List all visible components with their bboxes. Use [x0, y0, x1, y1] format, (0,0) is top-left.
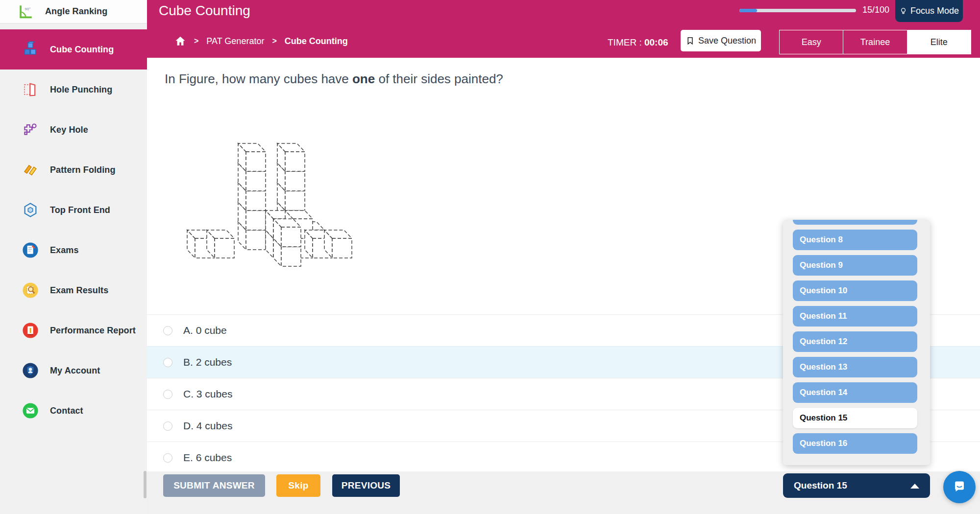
sidebar-item-label: Performance Report: [50, 326, 136, 336]
navigator-item-question-16[interactable]: Question 16: [793, 433, 917, 454]
sidebar-item-label: Exams: [50, 245, 79, 256]
option-label: E. 6 cubes: [183, 452, 232, 464]
navigator-item-question-8[interactable]: Question 8: [793, 230, 917, 250]
cube-figure: [172, 126, 368, 279]
option-label: A. 0 cube: [183, 325, 227, 336]
navigator-item-question-11[interactable]: Question 11: [793, 306, 917, 327]
exams-icon: [22, 241, 39, 259]
navigator-item-question-12[interactable]: Question 12: [793, 331, 917, 352]
cube-counting-icon: [22, 41, 39, 58]
sidebar-item-hole-punching[interactable]: Hole Punching: [0, 70, 147, 110]
exam-results-icon: [22, 281, 39, 299]
breadcrumb-chevron-icon: >: [194, 37, 198, 46]
skip-button[interactable]: Skip: [276, 474, 320, 497]
sidebar-item-angle-ranking[interactable]: 90°Angle Ranking: [0, 0, 147, 23]
sidebar-item-performance-report[interactable]: Performance Report: [0, 310, 147, 350]
sidebar-item-cube-counting[interactable]: Cube Counting: [0, 29, 147, 70]
lightbulb-icon: [899, 7, 907, 15]
breadcrumb-pat-generator[interactable]: PAT Generator: [206, 36, 264, 47]
question-navigator-popup: Question 7Question 8Question 9Question 1…: [783, 220, 930, 465]
home-icon[interactable]: [174, 35, 186, 47]
option-radio[interactable]: [163, 326, 172, 335]
option-radio[interactable]: [163, 390, 172, 399]
timer-label: TIMER :: [608, 37, 642, 47]
page-title: Cube Counting: [159, 3, 250, 19]
difficulty-tab-easy[interactable]: Easy: [780, 30, 843, 54]
difficulty-tabs: EasyTraineeElite: [779, 30, 971, 54]
save-question-button[interactable]: Save Question: [681, 30, 761, 51]
option-radio[interactable]: [163, 358, 172, 367]
sidebar-item-label: Key Hole: [50, 125, 88, 135]
sidebar-item-key-hole[interactable]: Key Hole: [0, 110, 147, 150]
sidebar-item-label: Pattern Folding: [50, 165, 116, 175]
sidebar-item-my-account[interactable]: My Account: [0, 350, 147, 391]
performance-report-icon: [22, 322, 39, 339]
option-radio[interactable]: [163, 453, 172, 463]
progress-label: 15/100: [862, 5, 889, 15]
sidebar-item-label: Exam Results: [50, 285, 108, 296]
header: Cube Counting > PAT Generator > Cube Cou…: [147, 0, 980, 58]
difficulty-tab-elite[interactable]: Elite: [907, 30, 971, 54]
question-text: In Figure, how many cubes have one of th…: [165, 71, 503, 87]
bookmark-icon: [686, 36, 695, 46]
sidebar-item-label: My Account: [50, 366, 100, 376]
my-account-icon: [22, 362, 39, 379]
svg-text:90°: 90°: [25, 7, 31, 11]
option-radio[interactable]: [163, 421, 172, 431]
chat-icon: [951, 479, 968, 495]
option-label: C. 3 cubes: [183, 388, 232, 400]
app-window: 90°Angle RankingCube CountingHole Punchi…: [0, 0, 980, 514]
navigator-item-question-7[interactable]: Question 7: [793, 220, 917, 225]
sidebar-item-label: Angle Ranking: [45, 6, 107, 17]
focus-mode-button[interactable]: Focus Mode: [895, 0, 963, 22]
contact-icon: [22, 402, 39, 420]
breadcrumb: > PAT Generator > Cube Counting: [174, 35, 348, 47]
progress-bar: [739, 9, 856, 12]
pattern-folding-icon: [22, 161, 39, 179]
difficulty-tab-trainee[interactable]: Trainee: [843, 30, 907, 54]
sidebar-item-label: Contact: [50, 406, 83, 416]
top-front-end-icon: [22, 201, 39, 219]
navigator-item-question-10[interactable]: Question 10: [793, 280, 917, 301]
navigator-item-question-14[interactable]: Question 14: [793, 382, 917, 403]
previous-button[interactable]: PREVIOUS: [332, 474, 400, 497]
hole-punching-icon: [22, 81, 39, 98]
sidebar-item-exams[interactable]: Exams: [0, 230, 147, 270]
question-dropdown-button[interactable]: Question 15: [783, 473, 930, 498]
progress-fill: [739, 9, 757, 12]
sidebar-item-contact[interactable]: Contact: [0, 391, 147, 431]
sidebar-item-top-front-end[interactable]: Top Front End: [0, 190, 147, 230]
sidebar-item-label: Top Front End: [50, 205, 110, 215]
navigator-item-question-9[interactable]: Question 9: [793, 255, 917, 276]
navigator-item-question-15[interactable]: Question 15: [793, 408, 917, 428]
angle-ranking-icon: 90°: [17, 3, 34, 21]
breadcrumb-chevron-icon: >: [272, 37, 276, 46]
key-hole-icon: [22, 121, 39, 139]
caret-up-icon: [910, 484, 919, 489]
sidebar: 90°Angle RankingCube CountingHole Punchi…: [0, 0, 147, 514]
sidebar-item-label: Hole Punching: [50, 85, 112, 95]
submit-answer-button[interactable]: SUBMIT ANSWER: [163, 474, 265, 497]
sidebar-item-exam-results[interactable]: Exam Results: [0, 270, 147, 310]
option-label: B. 2 cubes: [183, 356, 232, 368]
option-label: D. 4 cubes: [183, 420, 232, 432]
chat-launcher-button[interactable]: [943, 471, 976, 503]
sidebar-item-pattern-folding[interactable]: Pattern Folding: [0, 150, 147, 190]
sidebar-item-label: Cube Counting: [50, 45, 114, 55]
timer: TIMER : 00:06: [608, 37, 668, 48]
timer-value: 00:06: [644, 37, 668, 47]
sidebar-scrollbar[interactable]: [144, 471, 147, 498]
breadcrumb-current: Cube Counting: [285, 36, 348, 47]
navigator-item-question-13[interactable]: Question 13: [793, 357, 917, 377]
